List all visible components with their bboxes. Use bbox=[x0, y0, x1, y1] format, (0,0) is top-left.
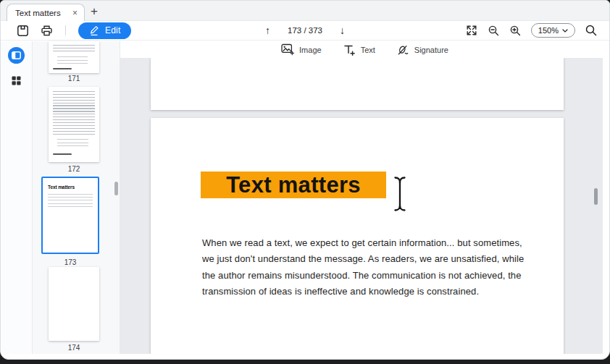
save-button[interactable] bbox=[17, 25, 29, 37]
document-heading-highlighted[interactable]: Text matters bbox=[201, 172, 386, 198]
zoom-level-dropdown[interactable]: 150% bbox=[531, 23, 575, 38]
fullscreen-icon bbox=[465, 24, 478, 37]
new-tab-icon[interactable]: + bbox=[91, 5, 98, 17]
thumbnails-scrollbar[interactable] bbox=[114, 182, 118, 195]
search-icon bbox=[585, 24, 598, 37]
tab-bar: Text matters × + bbox=[1, 1, 609, 21]
document-paragraph[interactable]: When we read a text, we expect to get ce… bbox=[202, 235, 528, 300]
thumb-footer-placeholder bbox=[53, 68, 72, 69]
close-icon[interactable]: × bbox=[72, 9, 78, 17]
insert-image-label: Image bbox=[299, 46, 322, 54]
thumb-text-placeholder bbox=[53, 91, 95, 136]
search-button[interactable] bbox=[585, 24, 598, 37]
thumbnail-label: 172 bbox=[49, 165, 99, 173]
thumb-text-placeholder bbox=[48, 194, 93, 209]
thumbnail-page-171[interactable] bbox=[49, 41, 99, 73]
main-toolbar: Edit ↑ 173 / 373 ↓ bbox=[1, 21, 609, 41]
insert-toolbar: Image Text Signature bbox=[120, 41, 609, 58]
grid-view-button[interactable] bbox=[12, 76, 21, 85]
page-indicator[interactable]: 173 / 373 bbox=[288, 26, 322, 35]
thumbnail-label: 171 bbox=[49, 75, 99, 82]
zoom-level-value: 150% bbox=[538, 26, 559, 35]
insert-image-button[interactable]: Image bbox=[281, 43, 322, 56]
thumbnails-panel: 171 172 Text matters 173 174 bbox=[33, 41, 120, 354]
left-rail bbox=[1, 41, 33, 354]
document-scrollbar[interactable] bbox=[594, 188, 598, 205]
document-viewport: Text matters When we read a text, we exp… bbox=[120, 58, 603, 354]
zoom-in-button[interactable] bbox=[509, 25, 522, 37]
zoom-out-button[interactable] bbox=[488, 25, 500, 37]
thumb-text-placeholder bbox=[53, 45, 95, 54]
thumbnail-label: 174 bbox=[49, 344, 99, 352]
thumbnail-page-173-selected[interactable]: Text matters bbox=[41, 177, 99, 254]
print-button[interactable] bbox=[41, 25, 53, 37]
sidebar-panel-icon bbox=[12, 51, 21, 59]
insert-text-button[interactable]: Text bbox=[343, 44, 375, 56]
edit-pencil-icon bbox=[89, 25, 99, 35]
chevron-down-icon bbox=[562, 29, 568, 33]
tab-title: Text matters bbox=[15, 9, 68, 17]
signature-pen-icon bbox=[397, 44, 409, 56]
fullscreen-button[interactable] bbox=[465, 24, 478, 37]
document-area: Image Text Signature bbox=[120, 41, 609, 354]
app-window: Text matters × + bbox=[0, 0, 610, 360]
edit-button-label: Edit bbox=[105, 25, 120, 35]
zoom-out-icon bbox=[488, 25, 500, 37]
thumbnail-page-174[interactable] bbox=[49, 267, 99, 341]
grid-view-icon bbox=[12, 76, 21, 85]
page-173: Text matters When we read a text, we exp… bbox=[151, 118, 564, 354]
document-tab[interactable]: Text matters × bbox=[7, 4, 85, 21]
thumbnail-preview-title: Text matters bbox=[48, 185, 75, 190]
toolbar-divider bbox=[65, 25, 66, 35]
insert-signature-button[interactable]: Signature bbox=[397, 44, 448, 56]
page-172-bottom-fragment bbox=[151, 58, 564, 110]
page-down-icon[interactable]: ↓ bbox=[340, 25, 345, 35]
insert-signature-label: Signature bbox=[414, 46, 448, 54]
insert-text-label: Text bbox=[361, 46, 375, 54]
thumb-footer-placeholder bbox=[53, 153, 72, 155]
zoom-in-icon bbox=[509, 25, 522, 37]
text-plus-icon bbox=[343, 44, 356, 56]
thumbnail-label: 173 bbox=[45, 258, 96, 266]
thumb-list-placeholder bbox=[57, 139, 88, 149]
thumbnail-page-172[interactable] bbox=[49, 87, 99, 162]
thumb-list-placeholder bbox=[57, 56, 88, 65]
page-up-icon[interactable]: ↑ bbox=[265, 25, 270, 35]
text-cursor-ibeam bbox=[393, 176, 407, 212]
save-icon bbox=[17, 25, 29, 37]
image-plus-icon bbox=[281, 43, 294, 56]
edit-button[interactable]: Edit bbox=[78, 22, 131, 39]
thumbnails-panel-toggle[interactable] bbox=[8, 47, 25, 64]
print-icon bbox=[41, 25, 53, 37]
